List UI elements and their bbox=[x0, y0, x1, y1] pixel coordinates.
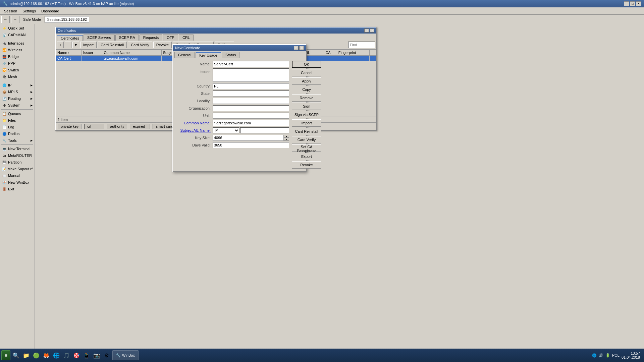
taskbar-winbox-item[interactable]: 🔧 WinBox bbox=[112, 350, 139, 360]
col-issuer[interactable]: Issuer bbox=[82, 50, 102, 56]
maximize-button[interactable]: □ bbox=[630, 1, 635, 6]
dialog-import-button[interactable]: Import bbox=[292, 119, 321, 127]
copy-button[interactable]: Copy bbox=[292, 86, 321, 93]
taskbar-firefox-icon[interactable]: 🦊 bbox=[42, 351, 51, 360]
minimize-button[interactable]: ─ bbox=[624, 1, 629, 6]
sidebar-item-metarouter[interactable]: 🗂 MetaROUTER bbox=[0, 152, 35, 159]
organization-input[interactable] bbox=[213, 105, 289, 111]
cert-window-restore-button[interactable]: □ bbox=[364, 28, 369, 33]
sidebar-item-interfaces[interactable]: 🔌 Interfaces bbox=[0, 40, 35, 47]
taskbar-ie-icon[interactable]: 🌐 bbox=[52, 351, 61, 360]
col-common-name[interactable]: Common Name bbox=[102, 50, 161, 56]
tab-scep-servers[interactable]: SCEP Servers bbox=[84, 35, 115, 41]
sidebar-item-exit[interactable]: 🚪 Exit bbox=[0, 186, 35, 192]
days-valid-input[interactable] bbox=[213, 142, 289, 148]
start-button[interactable]: ⊞ bbox=[1, 350, 10, 360]
cert-window-close-button[interactable]: ✕ bbox=[370, 28, 374, 33]
dialog-tab-status[interactable]: Status bbox=[222, 52, 239, 58]
taskbar-chrome-icon[interactable]: 🟢 bbox=[32, 351, 41, 360]
sidebar-item-partition[interactable]: 💾 Partition bbox=[0, 159, 35, 166]
unit-input[interactable] bbox=[213, 113, 289, 119]
taskbar-app1-icon[interactable]: 🎯 bbox=[72, 351, 81, 360]
cancel-button[interactable]: Cancel bbox=[292, 69, 321, 76]
tab-requests[interactable]: Requests bbox=[140, 35, 162, 41]
sidebar-item-routing[interactable]: 🔄 Routing ▶ bbox=[0, 95, 35, 102]
state-input[interactable] bbox=[213, 90, 289, 97]
sidebar-item-quick-set[interactable]: ⚡ Quick Set bbox=[0, 25, 35, 32]
safe-mode-button[interactable]: Safe Mode bbox=[21, 16, 43, 23]
dialog-tab-general[interactable]: General bbox=[174, 52, 195, 58]
issuer-text-area[interactable] bbox=[213, 68, 289, 82]
sidebar-item-ppp[interactable]: 🔗 PPP bbox=[0, 60, 35, 67]
dialog-card-verify-button[interactable]: Card Verify bbox=[292, 136, 321, 143]
remove-button[interactable]: Remove bbox=[292, 94, 321, 102]
sidebar-item-ip[interactable]: 🌐 IP ▶ bbox=[0, 82, 35, 88]
sidebar-item-queues[interactable]: 📋 Queues bbox=[0, 110, 35, 117]
col-name[interactable]: Name bbox=[56, 50, 82, 56]
tab-certificates[interactable]: Certificates bbox=[57, 35, 83, 41]
key-size-down-button[interactable]: ▼ bbox=[284, 138, 289, 141]
filter-cert-button[interactable]: ▼ bbox=[72, 42, 79, 48]
key-size-spinners[interactable]: ▲ ▼ bbox=[284, 135, 289, 141]
country-input[interactable] bbox=[213, 83, 289, 89]
taskbar-explorer-icon[interactable]: 📁 bbox=[22, 351, 31, 360]
dialog-revoke-button[interactable]: Revoke bbox=[292, 161, 321, 169]
sidebar-item-tools[interactable]: 🔧 Tools ▶ bbox=[0, 137, 35, 144]
add-cert-button[interactable]: + bbox=[57, 42, 64, 48]
col-ca[interactable]: CA bbox=[324, 50, 337, 56]
revoke-cert-button[interactable]: Revoke bbox=[153, 42, 172, 48]
col-fingerprint[interactable]: Fingerprint bbox=[337, 50, 369, 56]
find-input[interactable] bbox=[348, 42, 375, 48]
new-cert-close-button[interactable]: ✕ bbox=[299, 46, 304, 50]
close-button[interactable]: ✕ bbox=[636, 1, 641, 6]
forward-button[interactable]: → bbox=[11, 16, 19, 23]
key-size-up-button[interactable]: ▲ bbox=[284, 135, 289, 138]
menu-dashboard[interactable]: Dashboard bbox=[39, 8, 62, 14]
card-verify-cert-button[interactable]: Card Verify bbox=[128, 42, 152, 48]
ok-button[interactable]: OK bbox=[292, 61, 321, 68]
card-reinstall-cert-button[interactable]: Card Reinstall bbox=[98, 42, 127, 48]
tab-crl[interactable]: CRL bbox=[179, 35, 194, 41]
sidebar-item-mesh[interactable]: 🕸 Mesh bbox=[0, 73, 35, 80]
sidebar-item-system[interactable]: ⚙ System ▶ bbox=[0, 102, 35, 109]
subject-alt-value-input[interactable] bbox=[240, 127, 289, 133]
taskbar-app3-icon[interactable]: 📷 bbox=[92, 351, 101, 360]
dialog-card-reinstall-button[interactable]: Card Reinstall bbox=[292, 128, 321, 135]
subject-alt-type-select[interactable]: IP DNS email bbox=[213, 127, 239, 133]
menu-settings[interactable]: Settings bbox=[20, 8, 39, 14]
sidebar-item-log[interactable]: 📄 Log bbox=[0, 124, 35, 130]
export-button[interactable]: Export bbox=[292, 153, 321, 160]
sidebar-item-bridge[interactable]: 🌉 Bridge bbox=[0, 53, 35, 60]
sidebar-item-radius[interactable]: 🔵 Radius bbox=[0, 130, 35, 137]
sidebar-item-capaman[interactable]: 📡 CAPsMAN bbox=[0, 32, 35, 38]
taskbar-app2-icon[interactable]: 📱 bbox=[82, 351, 91, 360]
locality-input[interactable] bbox=[213, 98, 289, 104]
sidebar-item-wireless[interactable]: 📶 Wireless bbox=[0, 47, 35, 53]
tab-scep-ra[interactable]: SCEP RA bbox=[115, 35, 139, 41]
sidebar-item-switch[interactable]: 🔀 Switch bbox=[0, 67, 35, 73]
taskbar-spotify-icon[interactable]: 🎵 bbox=[62, 351, 71, 360]
common-name-input[interactable] bbox=[213, 120, 289, 126]
dialog-tab-key-usage[interactable]: Key Usage bbox=[196, 52, 221, 58]
apply-button[interactable]: Apply bbox=[292, 77, 321, 85]
tab-otp[interactable]: OTP bbox=[163, 35, 178, 41]
menu-session[interactable]: Session bbox=[1, 8, 20, 14]
sidebar-item-new-winbox[interactable]: 🪟 New WinBox bbox=[0, 179, 35, 186]
back-button[interactable]: ← bbox=[1, 16, 10, 23]
sign-button[interactable]: Sign bbox=[292, 103, 321, 110]
name-input[interactable] bbox=[213, 61, 289, 67]
set-ca-passphrase-button[interactable]: Set CA Passphrase bbox=[292, 144, 321, 152]
taskbar-search-icon[interactable]: 🔍 bbox=[12, 351, 20, 360]
sidebar-item-make-supout[interactable]: 📝 Make Supout.rf bbox=[0, 166, 35, 172]
sidebar-item-manual[interactable]: 📖 Manual bbox=[0, 172, 35, 179]
taskbar-app4-icon[interactable]: ⚙ bbox=[102, 351, 111, 360]
new-cert-restore-button[interactable]: □ bbox=[294, 46, 299, 50]
title-bar-controls[interactable]: ─ □ ✕ bbox=[624, 1, 641, 6]
new-cert-dialog-controls[interactable]: □ ✕ bbox=[294, 46, 304, 50]
remove-cert-button[interactable]: − bbox=[65, 42, 71, 48]
sidebar-item-new-terminal[interactable]: 💻 New Terminal bbox=[0, 145, 35, 152]
import-cert-button[interactable]: Import bbox=[80, 42, 97, 48]
sidebar-item-files[interactable]: 📁 Files bbox=[0, 117, 35, 124]
cert-window-controls[interactable]: □ ✕ bbox=[364, 28, 374, 33]
sidebar-item-mpls[interactable]: 📦 MPLS ▶ bbox=[0, 88, 35, 95]
